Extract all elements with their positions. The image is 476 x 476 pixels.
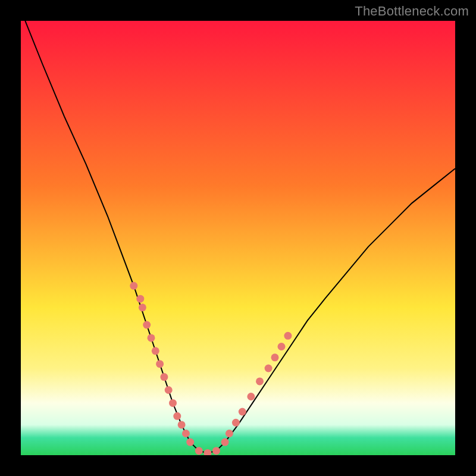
sample-dot bbox=[232, 419, 240, 427]
chart-frame: TheBottleneck.com bbox=[0, 0, 476, 476]
sample-dot bbox=[173, 412, 181, 420]
sample-dot bbox=[143, 321, 151, 329]
sample-dot bbox=[130, 282, 137, 290]
sample-dot bbox=[156, 360, 164, 368]
sample-dot bbox=[226, 430, 233, 437]
gradient-bg bbox=[21, 21, 455, 455]
sample-dot bbox=[169, 399, 177, 407]
plot-area bbox=[21, 21, 455, 455]
sample-dot bbox=[160, 373, 168, 381]
sample-dot bbox=[284, 332, 292, 340]
sample-dot bbox=[152, 347, 159, 355]
bottleneck-chart bbox=[21, 21, 455, 455]
sample-dot bbox=[221, 439, 229, 446]
sample-dot bbox=[195, 447, 203, 455]
sample-dot bbox=[186, 439, 194, 446]
sample-dot bbox=[178, 421, 186, 428]
watermark-text: TheBottleneck.com bbox=[355, 4, 469, 19]
sample-dot bbox=[182, 430, 190, 437]
sample-dot bbox=[212, 447, 220, 455]
sample-dot bbox=[256, 377, 264, 385]
sample-dot bbox=[278, 343, 286, 350]
sample-dot bbox=[139, 303, 146, 311]
sample-dot bbox=[265, 365, 273, 372]
sample-dot bbox=[239, 408, 246, 416]
sample-dot bbox=[165, 386, 173, 394]
sample-dot bbox=[148, 334, 155, 342]
sample-dot bbox=[271, 353, 279, 361]
sample-dot bbox=[136, 295, 144, 303]
sample-dot bbox=[247, 393, 255, 400]
